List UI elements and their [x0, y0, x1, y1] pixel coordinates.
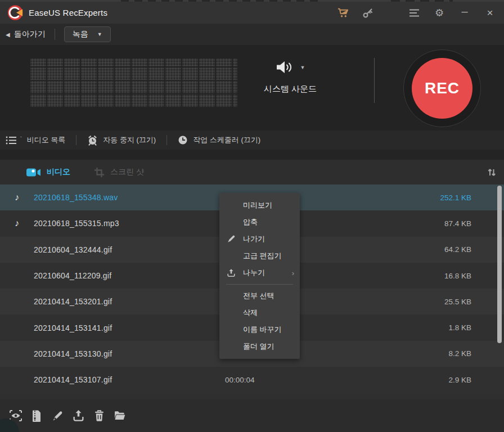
sort-icon[interactable]	[487, 168, 496, 177]
nav-bar: ◀ 돌아가기 녹음 ▼	[0, 24, 504, 45]
menu-item-split[interactable]: 나누기 ›	[219, 264, 300, 281]
menu-item-preview[interactable]: 미리보기	[219, 197, 300, 214]
settings-gear-icon[interactable]: ⚙	[433, 7, 446, 19]
file-size: 1.8 KB	[448, 323, 471, 332]
main-menu-icon[interactable]	[408, 7, 420, 19]
tools-bar: ˆ 비디오 목록 자동 중지 (끄기) 작업 스케줄러 (끄기)	[0, 130, 504, 150]
share-icon	[227, 268, 236, 277]
clock-icon	[178, 135, 188, 145]
compress-zip-icon[interactable]	[29, 408, 44, 423]
menu-item-open-folder[interactable]: 폴더 열기	[219, 338, 300, 355]
alarm-icon	[87, 135, 98, 146]
back-arrow-icon: ◀	[6, 32, 10, 38]
recording-stage: ▼ 시스템 사운드 REC	[0, 45, 504, 130]
audio-source-label: 시스템 사운드	[245, 84, 335, 94]
mode-dropdown[interactable]: 녹음 ▼	[64, 26, 111, 42]
audio-source-block: ▼ 시스템 사운드	[245, 60, 335, 94]
file-size: 252.1 KB	[440, 194, 471, 202]
file-size: 87.4 KB	[444, 219, 471, 228]
caret-up-icon: ˆ	[20, 136, 22, 141]
divider	[374, 58, 375, 103]
menu-separator	[226, 284, 293, 285]
file-size: 64.2 KB	[444, 245, 471, 254]
music-note-icon: ♪	[0, 192, 34, 202]
file-name: 20210414_153141.gif	[34, 323, 112, 332]
library-tabs: 비디오 스크린 샷	[0, 160, 504, 184]
speaker-icon	[276, 60, 295, 75]
waveform-grid	[29, 58, 237, 108]
menu-item-compress[interactable]: 압축	[219, 214, 300, 231]
tab-screenshots[interactable]: 스크린 샷	[94, 167, 144, 178]
file-size: 2.9 KB	[448, 376, 471, 384]
file-name: 20210604_112209.gif	[34, 271, 111, 280]
file-name: 20210414_153107.gif	[34, 375, 112, 384]
share-upload-icon[interactable]	[71, 408, 86, 423]
file-name: 20210618_155348.wav	[34, 193, 118, 202]
file-name: 20210414_153201.gif	[34, 297, 112, 306]
tab-video-list[interactable]: ˆ 비디오 목록	[6, 135, 65, 145]
app-window: EaseUS RecExperts	[0, 0, 504, 432]
context-menu: 미리보기 압축 나가기 고급 편집기 나누기 ›	[219, 193, 300, 359]
open-folder-icon[interactable]	[112, 408, 127, 423]
file-name: 20210618_155315.mp3	[34, 219, 119, 228]
file-name: 20210604_132444.gif	[34, 245, 112, 254]
divider	[76, 135, 76, 145]
file-size: 25.5 KB	[444, 298, 471, 306]
list-icon	[6, 136, 17, 145]
audio-source-selector[interactable]: ▼	[245, 60, 335, 75]
scrollbar-thumb[interactable]	[497, 186, 502, 343]
titlebar: EaseUS RecExperts	[0, 2, 504, 24]
menu-item-export[interactable]: 나가기	[219, 231, 300, 248]
menu-item-select-all[interactable]: 전부 선택	[219, 287, 300, 304]
cart-icon[interactable]	[336, 7, 349, 19]
list-item[interactable]: 20210414_153107.gif 00:00:04 2.9 KB	[0, 367, 504, 393]
spacer	[0, 150, 504, 160]
back-button[interactable]: ◀ 돌아가기	[6, 29, 46, 39]
menu-item-delete[interactable]: 삭제	[219, 304, 300, 321]
tab-task-scheduler[interactable]: 작업 스케줄러 (끄기)	[178, 135, 260, 145]
tab-videos[interactable]: 비디오	[26, 167, 70, 177]
crop-icon	[94, 167, 105, 178]
app-logo-icon	[8, 5, 23, 20]
menu-item-advanced-editor[interactable]: 고급 편집기	[219, 248, 300, 264]
chevron-down-icon: ▼	[300, 65, 305, 70]
chevron-down-icon: ▼	[97, 32, 102, 37]
file-size: 16.8 KB	[444, 272, 471, 280]
bottom-toolbar	[0, 399, 504, 432]
divider	[55, 29, 55, 40]
file-size: 8.2 KB	[448, 349, 471, 358]
file-name: 20210414_153130.gif	[34, 349, 112, 358]
close-button[interactable]: ×	[484, 7, 496, 19]
tab-auto-stop[interactable]: 자동 중지 (끄기)	[87, 135, 156, 146]
rec-button[interactable]: REC	[403, 50, 481, 127]
submenu-arrow-icon: ›	[292, 269, 294, 277]
delete-trash-icon[interactable]	[92, 408, 106, 423]
divider	[166, 135, 167, 145]
app-title: EaseUS RecExperts	[29, 8, 107, 17]
minimize-button[interactable]: –	[458, 7, 471, 19]
rec-button-label: REC	[425, 79, 460, 97]
video-camera-icon	[26, 168, 41, 177]
edit-pen-icon[interactable]	[50, 408, 65, 423]
music-note-icon: ♪	[0, 218, 34, 228]
pen-icon	[227, 235, 236, 244]
menu-item-rename[interactable]: 이름 바꾸기	[219, 321, 300, 338]
license-key-icon[interactable]	[362, 7, 374, 19]
file-duration: 00:00:04	[225, 376, 255, 384]
